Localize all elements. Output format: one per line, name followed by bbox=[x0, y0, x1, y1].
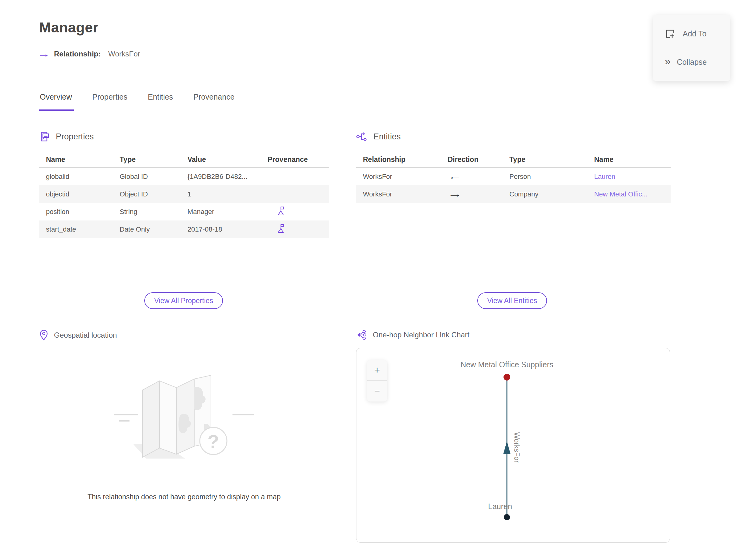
zoom-control: + − bbox=[367, 360, 387, 401]
table-row: start_date Date Only 2017-08-18 bbox=[39, 220, 329, 238]
property-type: Global ID bbox=[113, 173, 181, 181]
provenance-flag-icon[interactable] bbox=[277, 206, 285, 216]
col-header: Type bbox=[113, 156, 181, 164]
relationship-arrow-icon: → bbox=[37, 49, 50, 59]
geospatial-section-header: Geospatial location bbox=[39, 329, 329, 341]
tab-provenance[interactable]: Provenance bbox=[193, 93, 236, 111]
properties-table-header: Name Type Value Provenance bbox=[39, 152, 329, 168]
zoom-out-button[interactable]: − bbox=[367, 381, 387, 401]
property-value: Manager bbox=[181, 208, 261, 216]
properties-section-title: Properties bbox=[56, 132, 94, 142]
relationship-value: WorksFor bbox=[108, 50, 140, 58]
map-pin-icon bbox=[39, 329, 49, 341]
col-header: Name bbox=[587, 156, 671, 164]
link-chart-svg: New Metal Office Suppliers WorksFor Laur… bbox=[356, 348, 670, 542]
no-map-illustration: ? bbox=[112, 369, 257, 461]
tab-entities[interactable]: Entities bbox=[147, 93, 175, 111]
entity-name-link[interactable]: Lauren bbox=[594, 173, 616, 180]
tab-overview[interactable]: Overview bbox=[39, 93, 74, 111]
property-name: objectid bbox=[39, 190, 113, 198]
no-geometry-message: This relationship does not have geometry… bbox=[39, 493, 329, 501]
svg-text:?: ? bbox=[207, 431, 219, 452]
property-name: start_date bbox=[39, 225, 113, 234]
edge-arrowhead bbox=[503, 441, 511, 454]
entities-section-title: Entities bbox=[373, 132, 401, 142]
property-type: Object ID bbox=[113, 190, 181, 198]
property-type: Date Only bbox=[113, 225, 181, 234]
entities-icon bbox=[356, 131, 368, 143]
table-row: WorksFor ← Person Lauren bbox=[356, 168, 671, 185]
collapse-icon: » bbox=[665, 56, 669, 66]
top-node-label: New Metal Office Suppliers bbox=[460, 360, 553, 369]
link-chart-canvas[interactable]: New Metal Office Suppliers WorksFor Laur… bbox=[356, 348, 670, 543]
entity-relationship: WorksFor bbox=[356, 173, 441, 181]
entities-table-header: Relationship Direction Type Name bbox=[356, 152, 671, 168]
bottom-node-label: Lauren bbox=[488, 502, 512, 511]
page-title: Manager bbox=[39, 19, 99, 36]
collapse-label: Collapse bbox=[677, 58, 707, 67]
relationship-label: Relationship: bbox=[54, 50, 101, 58]
col-header: Direction bbox=[441, 156, 502, 164]
property-name: globalid bbox=[39, 173, 113, 181]
property-value: 1 bbox=[181, 190, 261, 198]
tab-properties[interactable]: Properties bbox=[92, 93, 129, 111]
entities-table: Relationship Direction Type Name WorksFo… bbox=[356, 152, 671, 203]
table-row: WorksFor → Company New Metal Offic... bbox=[356, 185, 671, 203]
entity-relationship: WorksFor bbox=[356, 190, 441, 198]
col-header: Name bbox=[39, 156, 113, 164]
add-to-icon bbox=[665, 28, 675, 39]
col-header: Provenance bbox=[261, 156, 329, 164]
table-row: globalid Global ID {1A9DB2B6-D482... bbox=[39, 168, 329, 185]
property-value: {1A9DB2B6-D482... bbox=[181, 173, 261, 181]
person-node[interactable] bbox=[504, 514, 510, 520]
entity-type: Company bbox=[502, 190, 587, 198]
table-row: position String Manager bbox=[39, 203, 329, 220]
col-header: Relationship bbox=[356, 156, 441, 164]
properties-icon bbox=[39, 131, 50, 143]
provenance-flag-icon[interactable] bbox=[277, 223, 285, 234]
view-all-properties-button[interactable]: View All Properties bbox=[144, 292, 223, 309]
add-to-label: Add To bbox=[683, 29, 707, 38]
collapse-button[interactable]: » Collapse bbox=[665, 57, 730, 67]
properties-table: Name Type Value Provenance globalid Glob… bbox=[39, 152, 329, 238]
property-value: 2017-08-18 bbox=[181, 225, 261, 234]
relationship-subtitle: → Relationship: WorksFor bbox=[39, 49, 140, 59]
direction-arrow-left-icon: ← bbox=[448, 172, 462, 181]
link-chart-icon bbox=[356, 329, 367, 341]
property-provenance bbox=[261, 206, 329, 218]
entity-name-link[interactable]: New Metal Offic... bbox=[594, 190, 648, 198]
direction-arrow-right-icon: → bbox=[448, 189, 462, 199]
add-to-button[interactable]: Add To bbox=[665, 28, 730, 39]
table-row: objectid Object ID 1 bbox=[39, 185, 329, 203]
col-header: Type bbox=[502, 156, 587, 164]
edge-label: WorksFor bbox=[513, 432, 521, 463]
zoom-in-button[interactable]: + bbox=[367, 360, 387, 381]
map-placeholder: ? bbox=[39, 369, 329, 462]
tab-bar: Overview Properties Entities Provenance bbox=[39, 93, 237, 111]
property-type: String bbox=[113, 208, 181, 216]
link-chart-section-title: One-hop Neighbor Link Chart bbox=[373, 331, 470, 339]
actions-panel: Add To » Collapse bbox=[653, 15, 730, 81]
company-node[interactable] bbox=[503, 374, 510, 381]
entity-type: Person bbox=[502, 173, 587, 181]
geospatial-section-title: Geospatial location bbox=[54, 331, 117, 340]
col-header: Value bbox=[181, 156, 261, 164]
property-name: position bbox=[39, 208, 113, 216]
view-all-entities-button[interactable]: View All Entities bbox=[477, 292, 547, 309]
entities-section-header: Entities bbox=[356, 131, 671, 143]
link-chart-section-header: One-hop Neighbor Link Chart bbox=[356, 329, 671, 341]
properties-section-header: Properties bbox=[39, 131, 329, 143]
property-provenance bbox=[261, 223, 329, 235]
